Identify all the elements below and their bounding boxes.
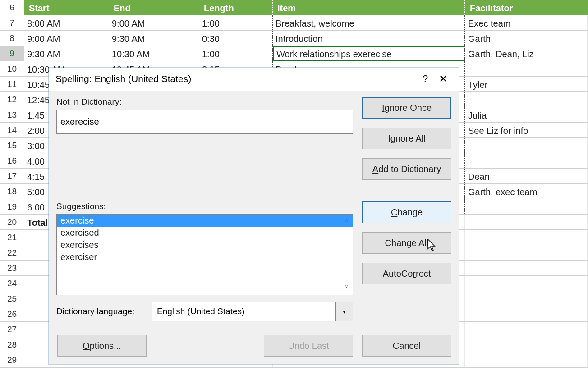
dictionary-language-combo[interactable]: English (United States) ▾ bbox=[152, 302, 353, 321]
change-button[interactable]: Change bbox=[362, 201, 451, 223]
cell-item[interactable]: Introduction bbox=[273, 31, 465, 46]
suggestions-listbox[interactable]: ▵ ▿ exerciseexercisedexercisesexerciser bbox=[56, 214, 353, 295]
cell-fac[interactable] bbox=[465, 245, 588, 260]
cell-len[interactable]: Length bbox=[199, 0, 273, 15]
cell-fac[interactable] bbox=[465, 215, 588, 229]
row-number[interactable]: 25 bbox=[0, 291, 24, 306]
row-6[interactable]: 6StartEndLengthItemFacilitator bbox=[0, 0, 588, 15]
suggestion-item[interactable]: exercise bbox=[57, 215, 353, 227]
row-number[interactable]: 29 bbox=[0, 352, 24, 367]
row-number[interactable]: 6 bbox=[0, 0, 24, 15]
cell-fac[interactable] bbox=[465, 199, 588, 214]
cell-fac[interactable] bbox=[465, 276, 588, 291]
cell-end[interactable]: 10:30 AM bbox=[109, 46, 199, 61]
row-number[interactable]: 23 bbox=[0, 261, 24, 275]
not-in-dictionary-input[interactable] bbox=[56, 110, 353, 134]
row-number[interactable]: 18 bbox=[0, 184, 24, 199]
cell-fac[interactable] bbox=[465, 261, 588, 275]
row-7[interactable]: 78:00 AM9:00 AM1:00Breakfast, welcomeExe… bbox=[0, 15, 588, 31]
row-8[interactable]: 89:00 AM9:30 AM0:30IntroductionGarth bbox=[0, 31, 588, 46]
cell-fac[interactable] bbox=[465, 230, 588, 245]
cell-end[interactable]: 9:00 AM bbox=[109, 15, 199, 30]
row-number[interactable]: 7 bbox=[0, 15, 24, 30]
cell-fac[interactable] bbox=[465, 337, 588, 352]
chevron-down-icon[interactable]: ▾ bbox=[335, 302, 353, 321]
suggestion-item[interactable]: exercised bbox=[57, 227, 353, 239]
scroll-up-icon[interactable]: ▵ bbox=[341, 216, 352, 227]
autocorrect-button[interactable]: AutoCorrect bbox=[362, 263, 451, 284]
ignore-all-button[interactable]: Ignore All bbox=[362, 128, 451, 149]
cell-fac[interactable] bbox=[465, 352, 588, 367]
cell-len[interactable]: 1:00 bbox=[199, 15, 273, 30]
row-9[interactable]: 99:30 AM10:30 AM1:00Work relationships e… bbox=[0, 46, 588, 61]
suggestions-label: Suggestions: bbox=[56, 201, 353, 211]
row-number[interactable]: 17 bbox=[0, 169, 24, 183]
row-number[interactable]: 21 bbox=[0, 230, 24, 245]
dialog-titlebar[interactable]: Spelling: English (United States) ? ✕ bbox=[49, 68, 459, 91]
row-number[interactable]: 19 bbox=[0, 199, 24, 214]
row-number[interactable]: 9 bbox=[0, 46, 24, 61]
scroll-down-icon[interactable]: ▿ bbox=[341, 282, 352, 293]
dictionary-language-value: English (United States) bbox=[157, 306, 244, 316]
row-number[interactable]: 11 bbox=[0, 77, 24, 91]
cell-fac[interactable] bbox=[465, 61, 588, 76]
row-number[interactable]: 28 bbox=[0, 337, 24, 352]
close-icon[interactable]: ✕ bbox=[434, 73, 452, 85]
cell-fac[interactable] bbox=[465, 291, 588, 306]
row-number[interactable]: 16 bbox=[0, 153, 24, 168]
cell-start[interactable]: 9:30 AM bbox=[24, 46, 109, 61]
cell-fac[interactable] bbox=[465, 153, 588, 168]
row-number[interactable]: 8 bbox=[0, 31, 24, 46]
cell-end[interactable]: 9:30 AM bbox=[109, 31, 199, 46]
row-number[interactable]: 27 bbox=[0, 322, 24, 337]
cell-fac[interactable] bbox=[465, 92, 588, 107]
cell-start[interactable]: 8:00 AM bbox=[24, 15, 109, 30]
row-number[interactable]: 14 bbox=[0, 123, 24, 137]
row-number[interactable]: 10 bbox=[0, 61, 24, 76]
row-number[interactable]: 24 bbox=[0, 276, 24, 291]
cell-fac[interactable]: Julia bbox=[465, 107, 588, 122]
options-button[interactable]: Options... bbox=[57, 335, 147, 357]
cell-start[interactable]: 9:00 AM bbox=[24, 31, 109, 46]
cell-fac[interactable] bbox=[465, 306, 588, 321]
cell-fac[interactable]: Tyler bbox=[465, 77, 588, 91]
row-number[interactable]: 13 bbox=[0, 107, 24, 122]
spelling-dialog: Spelling: English (United States) ? ✕ No… bbox=[49, 68, 459, 364]
cell-fac[interactable] bbox=[465, 138, 588, 153]
dialog-title-text: Spelling: English (United States) bbox=[55, 73, 191, 84]
change-all-button[interactable]: Change All bbox=[362, 232, 451, 254]
cell-fac[interactable]: Garth, Dean, Liz bbox=[465, 46, 588, 61]
cell-fac[interactable]: Garth bbox=[465, 31, 588, 46]
row-number[interactable]: 20 bbox=[0, 215, 24, 229]
not-in-dictionary-label: Not in Dictionary: bbox=[56, 97, 353, 107]
cell-fac[interactable] bbox=[465, 322, 588, 337]
undo-last-button: Undo Last bbox=[264, 335, 353, 357]
cell-len[interactable]: 1:00 bbox=[199, 46, 273, 61]
suggestion-item[interactable]: exerciser bbox=[57, 251, 353, 263]
row-number[interactable]: 26 bbox=[0, 306, 24, 321]
cell-item[interactable]: Item bbox=[273, 0, 465, 15]
row-number[interactable]: 12 bbox=[0, 92, 24, 107]
cell-end[interactable]: End bbox=[109, 0, 199, 15]
cell-item[interactable]: Work relationships exerecise bbox=[273, 46, 465, 61]
ignore-once-button[interactable]: Ignore Once bbox=[362, 97, 451, 119]
cell-len[interactable]: 0:30 bbox=[199, 31, 273, 46]
cell-item[interactable]: Breakfast, welcome bbox=[273, 15, 465, 30]
cell-fac[interactable]: Exec team bbox=[465, 15, 588, 30]
cell-fac[interactable]: Dean bbox=[465, 169, 588, 183]
cell-start[interactable]: Start bbox=[24, 0, 109, 15]
cancel-button[interactable]: Cancel bbox=[362, 335, 451, 357]
dictionary-language-label: Dictionary language: bbox=[56, 306, 152, 316]
cell-fac[interactable]: Garth, exec team bbox=[465, 184, 588, 199]
row-number[interactable]: 22 bbox=[0, 245, 24, 260]
row-number[interactable]: 15 bbox=[0, 138, 24, 153]
add-to-dictionary-button[interactable]: Add to Dictionary bbox=[362, 158, 451, 180]
cell-fac[interactable]: See Liz for info bbox=[465, 123, 588, 137]
help-icon[interactable]: ? bbox=[416, 73, 434, 85]
suggestion-item[interactable]: exercises bbox=[57, 239, 353, 251]
cell-fac[interactable]: Facilitator bbox=[465, 0, 588, 15]
